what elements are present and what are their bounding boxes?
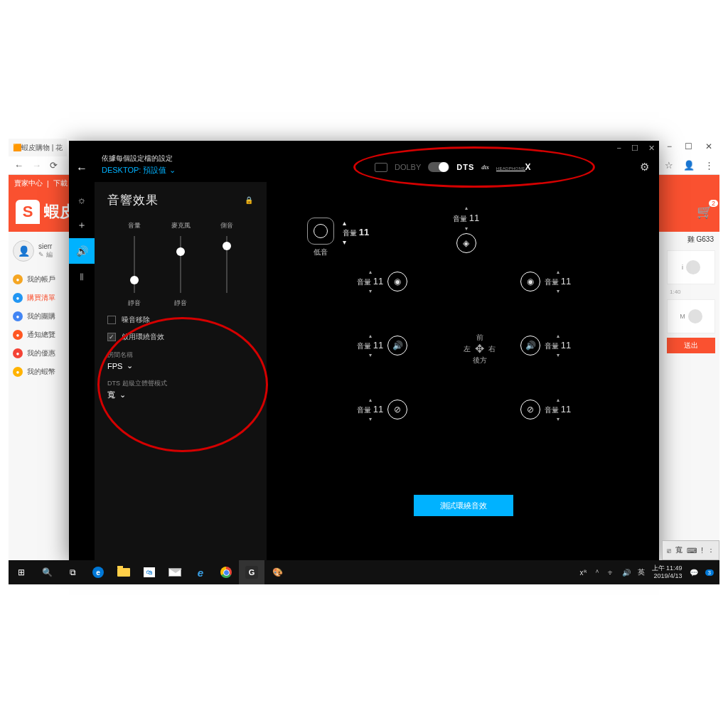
profile-header: 依據每個設定檔的設定 DESKTOP: 預設值 ⌄ xyxy=(102,154,176,176)
taskbar-store[interactable]: 🛍 xyxy=(136,560,162,584)
channel-rear-left[interactable]: ▴音量 11▾ ⊘ xyxy=(357,397,407,422)
stepper-up[interactable]: ▴ xyxy=(343,219,346,227)
volume-slider[interactable]: 麥克風靜音 xyxy=(159,221,202,308)
surround-mode-toggle: DOLBY DTS dts HEADPHONEX xyxy=(375,162,531,172)
shopee-logo[interactable]: S蝦皮 xyxy=(16,200,75,224)
bookmark-icon[interactable]: ☆ xyxy=(665,160,673,171)
taskbar-paint[interactable]: 🎨 xyxy=(264,560,290,584)
stepper-down[interactable]: ▾ xyxy=(557,416,560,422)
stepper-up[interactable]: ▴ xyxy=(369,269,372,275)
tray-wifi-icon[interactable]: ᯤ xyxy=(608,569,615,577)
tray-chevron-icon[interactable]: ＾ xyxy=(594,567,601,577)
edit-profile-link[interactable]: ✎ 編 xyxy=(38,250,53,259)
dolby-icon xyxy=(375,163,387,172)
taskbar-ghub[interactable]: G xyxy=(239,560,264,584)
nav-forward-icon[interactable]: → xyxy=(32,160,41,171)
chat-card[interactable]: M xyxy=(667,299,715,333)
stepper-down[interactable]: ▾ xyxy=(465,225,468,232)
channel-front-right[interactable]: ◉ ▴音量 11▾ xyxy=(520,269,571,294)
stepper-up[interactable]: ▴ xyxy=(369,333,372,339)
channel-front-left[interactable]: ▴音量 11▾ ◉ xyxy=(357,269,407,294)
cart-icon[interactable]: 🛒2 xyxy=(697,204,712,220)
stepper-down[interactable]: ▾ xyxy=(557,288,560,294)
headphonex-label: HEADPHONE xyxy=(496,166,525,171)
chevron-down-icon: ⌄ xyxy=(127,361,133,370)
chevron-down-icon: ⌄ xyxy=(169,166,176,175)
tray-volume-icon[interactable]: 🔊 xyxy=(622,569,631,577)
back-button[interactable]: ← xyxy=(76,162,87,175)
volume-slider[interactable]: 音量靜音 xyxy=(113,221,156,308)
stepper-down[interactable]: ▾ xyxy=(369,352,372,358)
enable-surround-checkbox[interactable]: ✓啟用環繞音效 xyxy=(107,332,254,342)
taskbar-edge[interactable]: e xyxy=(85,560,111,584)
dts-label: DTS xyxy=(456,163,474,171)
tab-acoustics[interactable]: 🔊 xyxy=(69,238,95,264)
room-name-dropdown[interactable]: FPS ⌄ xyxy=(107,361,254,370)
surround-map: 低音 ▴ 音量 11 ▾ ▴ 音量 11 ▾ ◈ ▴音量 11▾ ◉ ◉ xyxy=(272,198,652,553)
tab-equalizer[interactable]: ⦀ xyxy=(69,264,95,289)
bass-knob-icon[interactable] xyxy=(307,218,334,245)
dts-mode-dropdown[interactable]: 寬 ⌄ xyxy=(107,390,254,400)
stepper-up[interactable]: ▴ xyxy=(369,397,372,403)
test-surround-button[interactable]: 測試環繞音效 xyxy=(414,495,513,516)
profile-icon[interactable]: 👤 xyxy=(683,160,695,171)
reload-icon[interactable]: ⟳ xyxy=(50,160,58,171)
download-link[interactable]: 下載 xyxy=(53,178,68,188)
taskbar-ie[interactable]: e xyxy=(188,560,213,584)
seller-center-link[interactable]: 賣家中心 xyxy=(14,178,43,188)
ime-toolbar[interactable]: ⎚寬⌨!： xyxy=(662,540,719,560)
chat-card[interactable]: i xyxy=(667,250,715,284)
avatar[interactable]: 👤 xyxy=(13,240,34,262)
taskbar-explorer[interactable] xyxy=(111,560,136,584)
browser-tab[interactable]: 🟧 蝦皮購物 | 花 xyxy=(9,139,67,156)
username: sierr xyxy=(38,242,53,250)
task-view-button[interactable]: ⧉ xyxy=(60,560,85,584)
start-button[interactable]: ⊞ xyxy=(9,560,34,584)
tab-assignments[interactable]: ＋ xyxy=(69,213,95,238)
direction-labels: 前 左✥右 後方 xyxy=(464,333,496,365)
stepper-down[interactable]: ▾ xyxy=(369,288,372,294)
lock-icon[interactable]: 🔒 xyxy=(245,196,254,204)
speaker-rr-icon: ⊘ xyxy=(520,400,540,419)
minimize-button[interactable]: − xyxy=(617,144,621,153)
stepper-down[interactable]: ▾ xyxy=(369,416,372,422)
channel-center[interactable]: ▴ 音量 11 ▾ ◈ xyxy=(453,205,479,253)
cart-badge: 2 xyxy=(709,200,718,207)
volume-slider[interactable]: 側音 xyxy=(205,221,248,308)
search-button[interactable]: 🔍 xyxy=(34,560,60,584)
settings-icon[interactable]: ⚙ xyxy=(640,161,649,173)
profile-selector[interactable]: DESKTOP: 預設值 ⌄ xyxy=(102,165,176,176)
nav-back-icon[interactable]: ← xyxy=(14,160,23,171)
noise-removal-checkbox[interactable]: 噪音移除 xyxy=(107,315,254,325)
menu-icon[interactable]: ⋮ xyxy=(705,160,714,171)
taskbar-mail[interactable] xyxy=(162,560,188,584)
close-button[interactable]: ✕ xyxy=(648,144,655,153)
speaker-center-icon: ◈ xyxy=(456,233,476,253)
stepper-up[interactable]: ▴ xyxy=(557,397,560,403)
ghub-window: − ☐ ✕ ← 依據每個設定檔的設定 DESKTOP: 預設值 ⌄ ⚙ DOLB… xyxy=(69,141,659,560)
dolby-dts-switch[interactable] xyxy=(428,162,449,172)
bass-control[interactable]: 低音 xyxy=(307,218,334,257)
action-center-icon[interactable]: 💬 xyxy=(690,569,698,577)
tray-ime-icon[interactable]: 英 xyxy=(638,567,645,577)
tray-people-icon[interactable]: xᴿ xyxy=(580,569,587,577)
speaker-r-icon: 🔊 xyxy=(520,336,540,355)
channel-right[interactable]: 🔊 ▴音量 11▾ xyxy=(520,333,571,358)
maximize-button[interactable]: ☐ xyxy=(685,141,692,151)
bass-label: 低音 xyxy=(307,247,334,257)
stepper-up[interactable]: ▴ xyxy=(465,205,468,211)
maximize-button[interactable]: ☐ xyxy=(631,144,638,153)
channel-left[interactable]: ▴音量 11▾ 🔊 xyxy=(357,333,407,358)
notification-badge: 3 xyxy=(705,569,714,576)
stepper-down[interactable]: ▾ xyxy=(557,352,560,358)
taskbar-chrome[interactable] xyxy=(213,560,239,584)
channel-rear-right[interactable]: ⊘ ▴音量 11▾ xyxy=(520,397,571,422)
stepper-up[interactable]: ▴ xyxy=(557,333,560,339)
close-button[interactable]: ✕ xyxy=(705,141,712,151)
stepper-up[interactable]: ▴ xyxy=(557,269,560,275)
tab-lighting[interactable]: ☼ xyxy=(69,187,95,213)
stepper-down[interactable]: ▾ xyxy=(343,238,346,246)
send-button[interactable]: 送出 xyxy=(667,338,715,353)
taskbar-clock[interactable]: 上午 11:492019/4/13 xyxy=(652,564,682,580)
minimize-button[interactable]: − xyxy=(667,141,672,151)
